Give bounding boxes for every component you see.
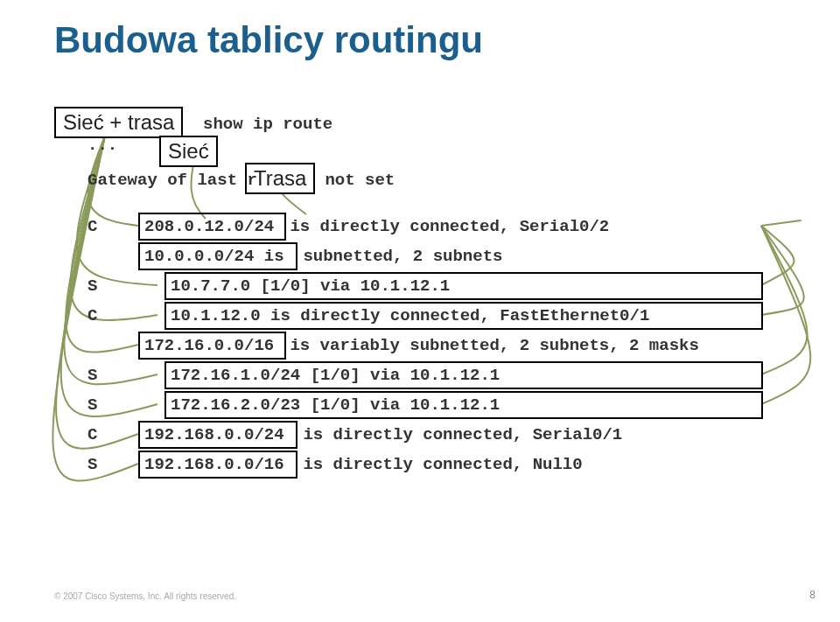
page-number: 8 — [809, 589, 816, 601]
cli-cmd: show ip route — [203, 115, 332, 134]
box-route-7 — [164, 391, 763, 419]
cli-gw-post: not set — [315, 171, 395, 190]
box-route-3 — [164, 272, 763, 300]
line6-code: S — [88, 366, 97, 385]
line8-code: C — [88, 425, 97, 444]
line9-code: S — [88, 455, 97, 474]
label-siec-trasa: Sieć + trasa — [54, 107, 183, 138]
footer-copyright: © 2007 Cisco Systems, Inc. All rights re… — [54, 591, 236, 601]
line7-code: S — [88, 395, 97, 415]
line1-code: C — [88, 217, 97, 236]
line2-rest: subnetted, 2 subnets — [293, 247, 502, 266]
box-net-9 — [138, 451, 298, 479]
cli-gw-pre: Gateway of last r — [88, 171, 257, 190]
box-route-4 — [164, 302, 763, 330]
box-net-8 — [138, 421, 298, 449]
line8-rest: is directly connected, Serial0/1 — [293, 425, 622, 444]
line1-rest: is directly connected, Serial0/2 — [280, 217, 609, 236]
box-net-5 — [138, 332, 286, 360]
slide-title: Budowa tablicy routingu — [54, 19, 483, 61]
cli-dots: ... — [88, 136, 117, 155]
line9-rest: is directly connected, Null0 — [293, 455, 583, 474]
line5-rest: is variably subnetted, 2 subnets, 2 mask… — [280, 336, 699, 355]
box-net-2 — [138, 242, 298, 270]
line4-code: C — [88, 306, 97, 325]
line3-code: S — [88, 276, 97, 296]
box-net-1 — [138, 213, 286, 241]
label-siec: Sieć — [159, 136, 218, 167]
box-route-6 — [164, 361, 763, 389]
